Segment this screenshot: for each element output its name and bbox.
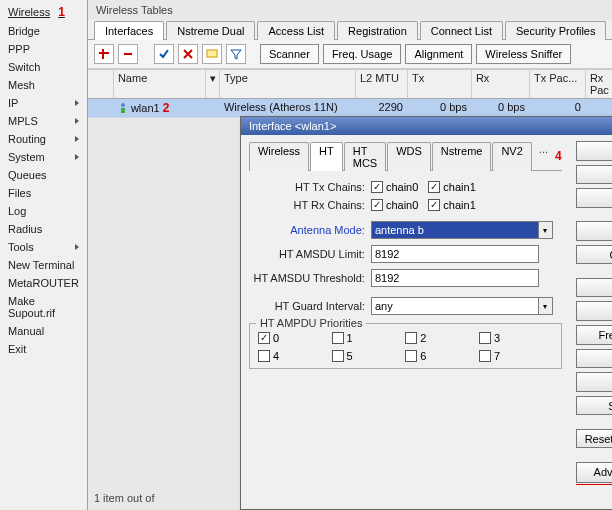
- sidebar-item-manual[interactable]: Manual: [0, 322, 87, 340]
- header-rx[interactable]: Rx: [472, 70, 530, 98]
- amsdu-limit-input[interactable]: [371, 245, 539, 263]
- tab-access-list[interactable]: Access List: [257, 21, 335, 40]
- sidebar-item-mesh[interactable]: Mesh: [0, 76, 87, 94]
- toolbar: Scanner Freq. Usage Alignment Wireless S…: [88, 40, 612, 69]
- freq-usage-button[interactable]: Freq. Usage...: [576, 325, 612, 345]
- dtab-wds[interactable]: WDS: [387, 142, 431, 171]
- row-tx: 0 bps: [408, 99, 472, 117]
- tab-interfaces[interactable]: Interfaces: [94, 21, 164, 40]
- sidebar-item-files[interactable]: Files: [0, 184, 87, 202]
- grid-header: Name ▾ Type L2 MTU Tx Rx Tx Pac... Rx Pa…: [88, 69, 612, 99]
- check-pri-6[interactable]: [405, 350, 417, 362]
- dtab-more[interactable]: ...: [533, 141, 554, 170]
- label-guard: HT Guard Interval:: [249, 300, 371, 312]
- row-txpac: 0: [530, 99, 586, 117]
- freq-usage-button[interactable]: Freq. Usage: [323, 44, 402, 64]
- sidebar-item-ppp[interactable]: PPP: [0, 40, 87, 58]
- torch-button[interactable]: Torch: [576, 278, 612, 298]
- dialog-titlebar[interactable]: Interface <wlan1> □ ×: [241, 117, 612, 135]
- sniff-button[interactable]: Sniff...: [576, 372, 612, 392]
- add-icon[interactable]: [94, 44, 114, 64]
- check-pri-2[interactable]: [405, 332, 417, 344]
- tab-security-profiles[interactable]: Security Profiles: [505, 21, 606, 40]
- tab-registration[interactable]: Registration: [337, 21, 418, 40]
- enable-icon[interactable]: [154, 44, 174, 64]
- disable-button[interactable]: Disable: [576, 221, 612, 241]
- annotation-2: 2: [163, 101, 170, 115]
- annotation-3-underline: [576, 484, 612, 485]
- snooper-button[interactable]: Snooper...: [576, 396, 612, 416]
- header-name[interactable]: Name: [114, 70, 206, 98]
- align-button[interactable]: Align...: [576, 349, 612, 369]
- check-htrx-chain0[interactable]: ✓: [371, 199, 383, 211]
- label-htrx: HT Rx Chains:: [249, 199, 371, 211]
- interface-dialog: Interface <wlan1> □ × Wireless HT HT MCS…: [240, 116, 612, 510]
- check-httx-chain1[interactable]: ✓: [428, 181, 440, 193]
- sidebar-item-system[interactable]: System: [0, 148, 87, 166]
- label-amsdu-thresh: HT AMSDU Threshold:: [249, 272, 371, 284]
- sidebar-item-new-terminal[interactable]: New Terminal: [0, 256, 87, 274]
- svg-rect-0: [207, 50, 217, 57]
- check-pri-5[interactable]: [332, 350, 344, 362]
- sidebar-item-wireless[interactable]: Wireless1: [0, 2, 87, 22]
- sidebar-item-exit[interactable]: Exit: [0, 340, 87, 358]
- row-name: wlan1: [131, 102, 160, 114]
- reset-config-button[interactable]: Reset Configuration: [576, 429, 612, 449]
- sidebar-item-make-supout[interactable]: Make Supout.rif: [0, 292, 87, 322]
- remove-icon[interactable]: [118, 44, 138, 64]
- label-amsdu-limit: HT AMSDU Limit:: [249, 248, 371, 260]
- sidebar-item-queues[interactable]: Queues: [0, 166, 87, 184]
- scan-button[interactable]: Scan...: [576, 301, 612, 321]
- sidebar-item-ip[interactable]: IP: [0, 94, 87, 112]
- alignment-button[interactable]: Alignment: [405, 44, 472, 64]
- sidebar-item-metarouter[interactable]: MetaROUTER: [0, 274, 87, 292]
- tab-nstreme-dual[interactable]: Nstreme Dual: [166, 21, 255, 40]
- advanced-mode-button[interactable]: Advanced Mode: [576, 462, 612, 483]
- wlan-icon: [118, 103, 128, 113]
- header-l2mtu[interactable]: L2 MTU: [356, 70, 408, 98]
- dtab-nstreme[interactable]: Nstreme: [432, 142, 492, 171]
- check-pri-0[interactable]: ✓: [258, 332, 270, 344]
- annotation-4: 4: [555, 149, 562, 163]
- header-txpac[interactable]: Tx Pac...: [530, 70, 586, 98]
- dtab-ht[interactable]: HT: [310, 142, 343, 171]
- check-pri-7[interactable]: [479, 350, 491, 362]
- dtab-wireless[interactable]: Wireless: [249, 142, 309, 171]
- apply-button[interactable]: Apply: [576, 188, 612, 208]
- scanner-button[interactable]: Scanner: [260, 44, 319, 64]
- cancel-button[interactable]: Cancel: [576, 165, 612, 185]
- sidebar-item-mpls[interactable]: MPLS: [0, 112, 87, 130]
- wireless-sniffer-button[interactable]: Wireless Sniffer: [476, 44, 571, 64]
- sidebar-item-bridge[interactable]: Bridge: [0, 22, 87, 40]
- sidebar-item-switch[interactable]: Switch: [0, 58, 87, 76]
- filter-icon[interactable]: [226, 44, 246, 64]
- row-rx: 0 bps: [472, 99, 530, 117]
- dropdown-icon[interactable]: ▾: [539, 221, 553, 239]
- check-pri-4[interactable]: [258, 350, 270, 362]
- dtab-nv2[interactable]: NV2: [492, 142, 531, 171]
- check-htrx-chain1[interactable]: ✓: [428, 199, 440, 211]
- header-tx[interactable]: Tx: [408, 70, 472, 98]
- dtab-htmcs[interactable]: HT MCS: [344, 142, 386, 171]
- check-pri-3[interactable]: [479, 332, 491, 344]
- comment-button[interactable]: Comment: [576, 245, 612, 265]
- sidebar-item-routing[interactable]: Routing: [0, 130, 87, 148]
- comment-icon[interactable]: [202, 44, 222, 64]
- antenna-mode-select[interactable]: antenna b: [371, 221, 539, 239]
- header-sort-icon[interactable]: ▾: [206, 70, 220, 98]
- label-antenna-mode: Antenna Mode:: [249, 224, 371, 236]
- dropdown-icon[interactable]: ▾: [539, 297, 553, 315]
- guard-input[interactable]: [371, 297, 539, 315]
- sidebar-item-tools[interactable]: Tools: [0, 238, 87, 256]
- dialog-title: Interface <wlan1>: [249, 120, 336, 132]
- sidebar-item-radius[interactable]: Radius: [0, 220, 87, 238]
- header-rxpac[interactable]: Rx Pac: [586, 70, 612, 98]
- disable-icon[interactable]: [178, 44, 198, 64]
- header-type[interactable]: Type: [220, 70, 356, 98]
- amsdu-thresh-input[interactable]: [371, 269, 539, 287]
- check-pri-1[interactable]: [332, 332, 344, 344]
- ok-button[interactable]: OK: [576, 141, 612, 161]
- check-httx-chain0[interactable]: ✓: [371, 181, 383, 193]
- tab-connect-list[interactable]: Connect List: [420, 21, 503, 40]
- sidebar-item-log[interactable]: Log: [0, 202, 87, 220]
